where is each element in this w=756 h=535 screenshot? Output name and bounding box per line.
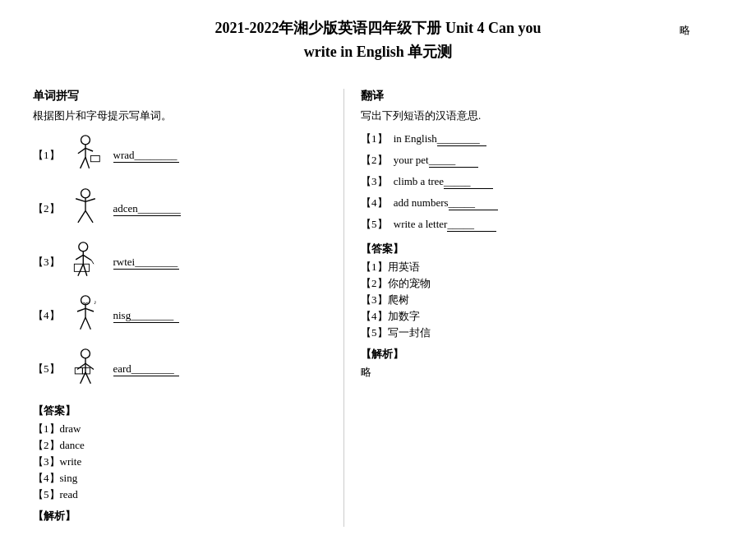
- svg-line-19: [83, 264, 87, 276]
- trans-number-2: 【2】: [361, 154, 388, 166]
- left-answer-section: 【答案】 【1】draw 【2】dance 【3】write 【4】sing 【…: [33, 404, 327, 502]
- left-answer-5: 【5】read: [33, 487, 327, 502]
- word-item-2: 【2】 adcen________: [33, 187, 327, 232]
- trans-item-3: 【3】 climb a tree_____: [361, 174, 723, 189]
- left-column: 单词拼写 根据图片和字母提示写单词。 【1】: [33, 89, 343, 527]
- svg-line-9: [76, 199, 85, 202]
- svg-line-4: [81, 157, 85, 168]
- word-item-4: 【4】 ♪ nisg__: [33, 293, 327, 339]
- word-hint-3: rwtei________: [113, 256, 179, 270]
- trans-text-4: add numbers: [394, 196, 449, 209]
- svg-line-3: [85, 148, 93, 151]
- svg-line-24: [85, 308, 94, 311]
- right-answer-5: 【5】写一封信: [361, 325, 723, 340]
- trans-text-1: in English: [394, 132, 437, 145]
- svg-line-25: [81, 317, 85, 330]
- trans-blank-5: _____: [447, 218, 496, 232]
- item-number-3: 【3】: [33, 255, 60, 270]
- svg-line-11: [78, 210, 85, 223]
- trans-item-1: 【1】 in English________: [361, 131, 723, 146]
- title-area: 2021-2022年湘少版英语四年级下册 Unit 4 Can you writ…: [33, 16, 723, 64]
- figure-4: ♪: [63, 293, 108, 339]
- svg-point-0: [81, 136, 90, 145]
- svg-line-5: [85, 157, 90, 168]
- figure-3: [63, 240, 108, 285]
- item-number-1: 【1】: [33, 148, 60, 163]
- svg-line-10: [85, 199, 95, 202]
- page-container: 2021-2022年湘少版英语四年级下册 Unit 4 Can you writ…: [0, 0, 756, 535]
- trans-item-5: 【5】 write a letter_____: [361, 217, 723, 232]
- right-analysis-text: 略: [361, 365, 723, 380]
- page-title-line1: 2021-2022年湘少版英语四年级下册 Unit 4 Can you: [33, 16, 723, 40]
- figure-1: [63, 133, 108, 178]
- trans-number-3: 【3】: [361, 175, 388, 187]
- right-column: 翻译 写出下列短语的汉语意思. 【1】 in English________ 【…: [343, 89, 723, 527]
- svg-point-28: [81, 349, 90, 358]
- svg-line-2: [78, 148, 85, 153]
- right-analysis-section: 【解析】 略: [361, 347, 723, 380]
- item-number-5: 【5】: [33, 362, 60, 376]
- svg-point-7: [81, 189, 90, 198]
- right-instruction: 写出下列短语的汉语意思.: [361, 108, 723, 123]
- figure-2: [63, 187, 108, 232]
- word-hint-4: nisg________: [113, 309, 179, 323]
- left-instruction: 根据图片和字母提示写单词。: [33, 108, 327, 123]
- word-hint-1: wrad________: [113, 149, 179, 163]
- right-answer-1: 【1】用英语: [361, 260, 723, 274]
- word-item-1: 【1】 wrad________: [33, 133, 327, 178]
- right-answer-section: 【答案】 【1】用英语 【2】你的宠物 【3】爬树 【4】加数字 【5】写一封信: [361, 242, 723, 340]
- trans-number-4: 【4】: [361, 196, 388, 209]
- svg-text:♪: ♪: [94, 299, 97, 306]
- trans-text-3: climb a tree: [394, 175, 444, 187]
- left-section-title: 单词拼写: [33, 89, 327, 104]
- figure-5: [63, 347, 108, 392]
- trans-text-5: write a letter: [394, 218, 448, 230]
- word-item-3: 【3】 rwtei________: [33, 240, 327, 285]
- word-item-5: 【5】 eard________: [33, 347, 327, 392]
- left-answer-2: 【2】dance: [33, 438, 327, 453]
- svg-line-16: [83, 255, 91, 260]
- trans-number-1: 【1】: [361, 132, 388, 145]
- right-answer-title: 【答案】: [361, 242, 723, 256]
- left-answer-4: 【4】sing: [33, 471, 327, 486]
- trans-blank-3: _____: [444, 175, 493, 189]
- left-answer-1: 【1】draw: [33, 422, 327, 436]
- svg-line-18: [78, 264, 83, 276]
- left-answer-title: 【答案】: [33, 404, 327, 418]
- right-answer-4: 【4】加数字: [361, 309, 723, 324]
- page-title-line2: write in English 单元测: [33, 40, 723, 64]
- right-analysis-title: 【解析】: [361, 347, 723, 362]
- svg-line-12: [85, 210, 93, 223]
- item-number-4: 【4】: [33, 308, 60, 323]
- trans-item-2: 【2】 your pet_____: [361, 153, 723, 168]
- svg-line-30: [77, 363, 85, 369]
- trans-blank-1: ________: [437, 132, 486, 146]
- right-section-title: 翻译: [361, 89, 723, 104]
- right-answer-3: 【3】爬树: [361, 293, 723, 307]
- right-answer-2: 【2】你的宠物: [361, 276, 723, 291]
- svg-point-13: [79, 242, 88, 251]
- word-hint-5: eard________: [113, 362, 179, 376]
- svg-line-15: [76, 255, 83, 259]
- svg-line-23: [77, 308, 85, 311]
- trans-item-4: 【4】 add numbers_____: [361, 196, 723, 210]
- trans-blank-4: _____: [449, 196, 498, 210]
- svg-line-26: [85, 317, 90, 330]
- trans-text-2: your pet: [394, 154, 429, 166]
- main-content: 单词拼写 根据图片和字母提示写单词。 【1】: [33, 89, 723, 527]
- trans-blank-2: _____: [429, 154, 478, 168]
- svg-line-17: [91, 261, 94, 265]
- left-answer-3: 【3】write: [33, 454, 327, 469]
- word-hint-2: adcen________: [113, 202, 181, 216]
- svg-rect-6: [90, 156, 99, 162]
- top-note: 略: [680, 23, 690, 38]
- item-number-2: 【2】: [33, 201, 60, 216]
- trans-number-5: 【5】: [361, 218, 388, 230]
- left-analysis-title: 【解析】: [33, 509, 327, 523]
